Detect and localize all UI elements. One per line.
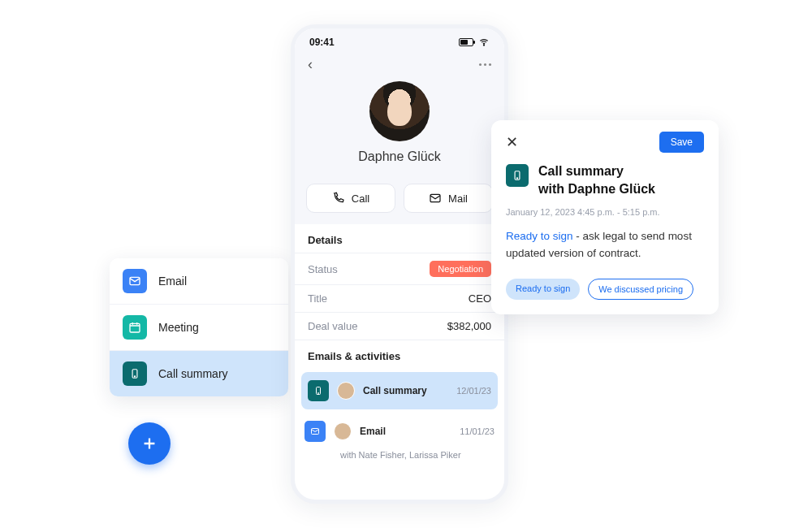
mail-label: Mail — [448, 193, 468, 205]
phone-icon — [332, 192, 345, 205]
activity-date: 11/01/23 — [460, 426, 495, 436]
call-button[interactable]: Call — [306, 184, 395, 213]
nav-bar: ‹ — [295, 51, 504, 81]
detail-value: CEO — [469, 292, 491, 305]
menu-item-label: Call summary — [158, 367, 228, 380]
svg-point-3 — [134, 376, 135, 377]
battery-icon — [459, 38, 473, 46]
plus-icon — [140, 435, 158, 452]
avatar — [334, 422, 352, 440]
mail-icon — [123, 269, 147, 293]
phone-device-icon — [308, 380, 329, 401]
wifi-icon — [478, 37, 490, 48]
svg-rect-1 — [130, 323, 140, 332]
phone-device-icon — [506, 164, 529, 187]
contact-header: Daphne Glück — [295, 81, 504, 175]
tag-ready-to-sign[interactable]: Ready to sign — [506, 279, 580, 300]
avatar — [337, 382, 355, 400]
menu-item-meeting[interactable]: Meeting — [110, 305, 288, 351]
save-button[interactable]: Save — [659, 132, 704, 153]
activity-row-call-summary[interactable]: Call summary 12/01/23 — [301, 372, 498, 409]
activity-type: Call summary — [363, 385, 448, 396]
close-button[interactable]: ✕ — [506, 133, 518, 151]
menu-item-label: Meeting — [158, 321, 199, 334]
calendar-icon — [123, 315, 147, 340]
status-badge: Negotiation — [430, 261, 491, 277]
detail-label: Status — [308, 263, 338, 275]
mail-button[interactable]: Mail — [404, 184, 493, 213]
summary-body: Ready to sign - ask legal to send most u… — [506, 228, 704, 262]
menu-item-label: Email — [158, 275, 187, 288]
phone-frame: 09:41 ‹ Daphne Glück Call Mail Details S… — [291, 24, 508, 504]
activity-type-menu: Email Meeting Call summary — [110, 258, 288, 396]
activity-subtitle: with Nate Fisher, Larissa Piker — [295, 450, 504, 468]
mail-icon — [304, 421, 326, 442]
status-bar: 09:41 — [295, 28, 504, 51]
detail-label: Deal value — [308, 320, 357, 332]
phone-device-icon — [123, 361, 147, 386]
summary-date: January 12, 2023 4:45 p.m. - 5:15 p.m. — [506, 207, 704, 217]
back-button[interactable]: ‹ — [308, 56, 313, 73]
detail-row-title: Title CEO — [295, 284, 504, 312]
detail-label: Title — [308, 292, 327, 305]
contact-name: Daphne Glück — [295, 149, 504, 164]
menu-item-email[interactable]: Email — [110, 258, 288, 305]
summary-title: Call summary with Daphne Glück — [538, 162, 655, 197]
avatar — [369, 81, 430, 141]
clock: 09:41 — [309, 37, 335, 48]
call-summary-card: ✕ Save Call summary with Daphne Glück Ja… — [491, 120, 719, 314]
svg-point-7 — [318, 393, 319, 394]
mail-icon — [429, 192, 442, 205]
activity-date: 12/01/23 — [456, 386, 491, 396]
more-button[interactable] — [479, 63, 491, 66]
activities-heading: Emails & activities — [295, 340, 504, 369]
add-button[interactable] — [128, 422, 171, 465]
activities-section: Emails & activities Call summary 12/01/2… — [295, 340, 504, 468]
activity-type: Email — [360, 426, 451, 437]
contact-actions: Call Mail — [295, 175, 504, 224]
summary-highlight: Ready to sign — [506, 230, 573, 242]
call-label: Call — [352, 193, 369, 205]
detail-row-status: Status Negotiation — [295, 253, 504, 284]
menu-item-call-summary[interactable]: Call summary — [110, 351, 288, 396]
detail-row-deal: Deal value $382,000 — [295, 312, 504, 340]
svg-point-4 — [483, 45, 484, 45]
summary-tags: Ready to sign We discussed pricing — [506, 279, 704, 300]
svg-point-10 — [516, 178, 517, 179]
activity-row-email[interactable]: Email 11/01/23 — [295, 413, 504, 450]
detail-value: $382,000 — [447, 320, 491, 332]
details-heading: Details — [295, 224, 504, 253]
tag-discussed-pricing[interactable]: We discussed pricing — [588, 279, 693, 300]
